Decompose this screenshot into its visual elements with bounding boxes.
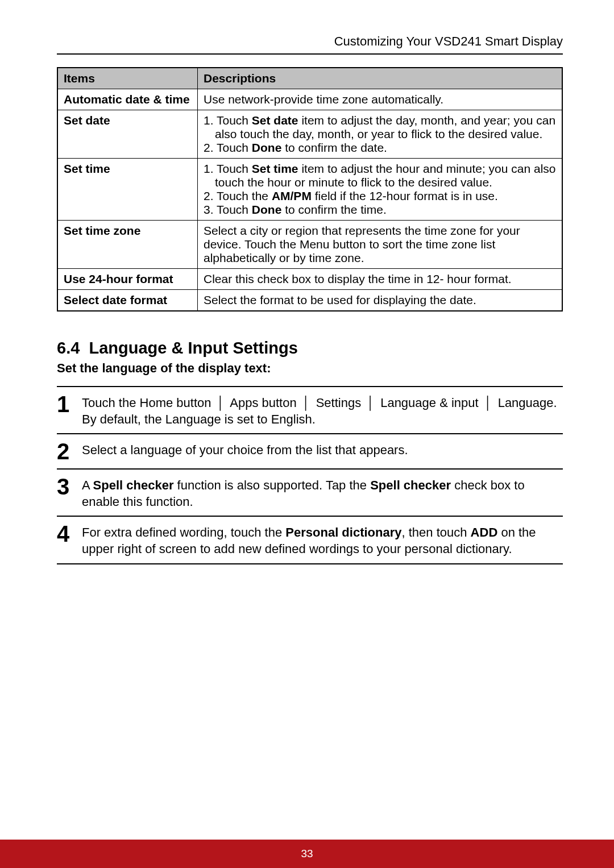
section-title: Language & Input Settings: [89, 339, 297, 357]
table-row: Use 24-hour format Clear this check box …: [57, 269, 562, 290]
items-table: Items Descriptions Automatic date & time…: [57, 67, 563, 312]
step-body: Select a language of your choice from th…: [82, 439, 408, 459]
section-subhead: Set the language of the display text:: [57, 361, 563, 376]
table-row: Set time 1. Touch Set time item to adjus…: [57, 159, 562, 221]
cell-desc: 1. Touch Set time item to adjust the hou…: [198, 159, 563, 221]
section-heading: 6.4 Language & Input Settings: [57, 339, 563, 358]
footer-bar: 33: [0, 840, 614, 868]
table-row: Automatic date & time Use network-provid…: [57, 89, 562, 110]
step-4: 4 For extra defined wording, touch the P…: [57, 516, 563, 564]
step-1: 1 Touch the Home button │ Apps button │ …: [57, 386, 563, 433]
cell-item: Automatic date & time: [57, 89, 198, 110]
separator-icon: │: [300, 395, 313, 412]
table-row: Set date 1. Touch Set date item to adjus…: [57, 110, 562, 159]
cell-desc: Clear this check box to display the time…: [198, 269, 563, 290]
step-number: 4: [57, 521, 82, 545]
cell-item: Set time zone: [57, 221, 198, 269]
step-number: 1: [57, 392, 82, 416]
cell-item: Set date: [57, 110, 198, 159]
page-number: 33: [301, 848, 313, 859]
cell-desc: Select the format to be used for display…: [198, 290, 563, 312]
step-2: 2 Select a language of your choice from …: [57, 433, 563, 468]
table-row: Set time zone Select a city or region th…: [57, 221, 562, 269]
header-rule: [57, 53, 563, 55]
separator-icon: │: [364, 395, 377, 412]
separator-icon: │: [215, 395, 227, 412]
cell-desc: Use network-provide time zone automatica…: [198, 89, 563, 110]
separator-icon: │: [482, 395, 495, 412]
cell-item: Select date format: [57, 290, 198, 312]
step-body: For extra defined wording, touch the Per…: [82, 521, 563, 557]
th-desc: Descriptions: [198, 68, 563, 89]
step-3: 3 A Spell checker function is also suppo…: [57, 468, 563, 516]
cell-item: Set time: [57, 159, 198, 221]
step-body: A Spell checker function is also support…: [82, 474, 563, 510]
step-body: Touch the Home button │ Apps button │ Se…: [82, 392, 563, 427]
th-items: Items: [57, 68, 198, 89]
cell-item: Use 24-hour format: [57, 269, 198, 290]
step-number: 3: [57, 474, 82, 498]
page: Customizing Your VSD241 Smart Display It…: [0, 0, 614, 868]
section-number: 6.4: [57, 339, 80, 357]
steps-list: 1 Touch the Home button │ Apps button │ …: [57, 386, 563, 564]
cell-desc: 1. Touch Set date item to adjust the day…: [198, 110, 563, 159]
step-number: 2: [57, 439, 82, 463]
running-header: Customizing Your VSD241 Smart Display: [57, 34, 563, 49]
table-row: Select date format Select the format to …: [57, 290, 562, 312]
cell-desc: Select a city or region that represents …: [198, 221, 563, 269]
